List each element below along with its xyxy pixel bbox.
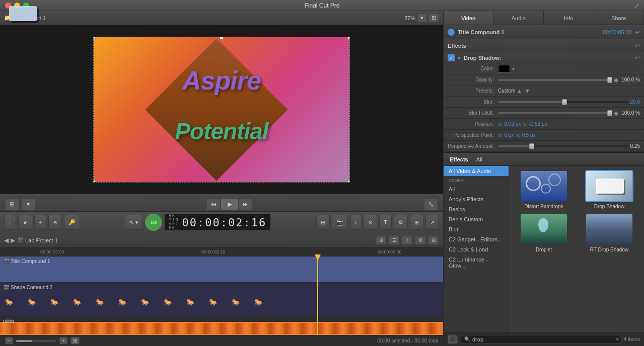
snapshot-button[interactable]: 📷 [332, 215, 348, 230]
selection-handle-tr[interactable] [347, 37, 350, 39]
view-mode-dropdown[interactable]: ▾ [21, 198, 35, 210]
go-to-end-button[interactable]: ⏭ [239, 198, 253, 210]
opacity-slider[interactable] [498, 79, 612, 81]
sidebar-item-bens-custom[interactable]: Ben's Custom [444, 214, 509, 224]
tc-mark-1: 00:00:02:00 [40, 249, 64, 254]
opacity-keyframe[interactable]: ◆ [612, 76, 619, 83]
sidebar-item-all-video-audio[interactable]: All Video & Audio [444, 166, 509, 176]
inspector-icon [448, 29, 455, 36]
rate-button[interactable]: ⌖ [34, 215, 46, 230]
zoom-dropdown[interactable]: ▾ [417, 14, 426, 22]
view-mode-btn[interactable]: ⊞ [5, 198, 19, 210]
opacity-thumb[interactable] [607, 77, 612, 83]
playhead[interactable] [317, 256, 318, 335]
keywords-button[interactable]: 🔑 [64, 215, 80, 230]
browser-tab-effects[interactable]: Effects [448, 155, 470, 163]
tab-share[interactable]: Share [594, 11, 645, 25]
timeline-forward-button[interactable]: ▶ [11, 237, 15, 244]
pp-y-label: Y: [516, 133, 520, 138]
timeline-audio[interactable]: ♪ [402, 236, 413, 245]
blur-falloff-slider[interactable] [498, 112, 612, 114]
generator-button[interactable]: ⚙ [394, 215, 408, 230]
effect-thumb-rt-drop-shadow[interactable]: RT Drop Shadow [579, 213, 640, 252]
select-tool-button[interactable]: ↖ ▾ [125, 215, 143, 230]
effect-thumb-droplet[interactable]: Droplet [513, 213, 575, 252]
tab-audio[interactable]: Audio [494, 11, 544, 25]
pp-x-value[interactable]: 0 px [505, 132, 514, 138]
share-button[interactable]: ↗ [425, 215, 439, 230]
search-field[interactable]: 🔍 drop ✕ [460, 335, 622, 344]
color-dropdown-arrow[interactable]: ▾ [512, 66, 515, 71]
track-area: 🎬 Title Compound 1 🎬 Shape Comound 2 🐎 🐎 [0, 256, 443, 335]
reject-button[interactable]: ✕ [48, 215, 62, 230]
timecode-display[interactable]: HR MIN SEC FR 00:00:02:16 [164, 214, 271, 231]
track-title-compound[interactable]: 🎬 Title Compound 1 [0, 256, 443, 283]
tc-labels: HR MIN SEC FR [169, 214, 179, 230]
blur-falloff-thumb[interactable] [607, 110, 612, 116]
timeline-settings[interactable]: ⚙ [415, 236, 426, 245]
effects-undo-icon[interactable]: ↩ [635, 42, 640, 49]
blur-slider[interactable] [498, 101, 628, 103]
sidebar-item-c2-luminance[interactable]: C2 Luminance - Glow... [444, 254, 509, 271]
go-to-start-button[interactable]: ⏮ [206, 198, 221, 210]
inspector-undo-icon[interactable]: ↩ [635, 29, 640, 36]
browser-tabs: Effects All [444, 153, 644, 166]
play-button[interactable]: ▶ [221, 198, 239, 210]
view-options[interactable]: ⊞ [428, 14, 439, 22]
track-blobs[interactable]: Blobs [0, 317, 443, 335]
search-clear-button[interactable]: ✕ [615, 336, 619, 342]
track-shape-compound[interactable]: 🎬 Shape Comound 2 🐎 🐎 🐎 🐎 🐎 🐎 🐎 🐎 🐎 [0, 283, 443, 317]
selection-handle-br[interactable] [347, 180, 350, 183]
selection-handle-tc[interactable] [220, 37, 224, 39]
perspective-amount-thumb[interactable] [529, 143, 534, 149]
text-button[interactable]: T [379, 215, 392, 230]
presets-down[interactable]: ▼ [523, 88, 531, 95]
sidebar-item-c2-lock[interactable]: C2 Lock & Load [444, 244, 509, 254]
pp-y-value[interactable]: 0.5 px [522, 132, 535, 138]
blur-thumb[interactable] [562, 99, 567, 105]
pos-x-value[interactable]: 0.03 px [505, 121, 521, 127]
tab-info[interactable]: Info [544, 11, 594, 25]
browser-search-bar: ⬛ 🔍 drop ✕ 4 items [444, 332, 644, 346]
fullscreen-button[interactable]: ⤡ [424, 198, 438, 210]
effect-undo[interactable]: ↩ [635, 54, 640, 61]
timeline-view2[interactable]: ☰ [389, 236, 400, 245]
browser-back-btn[interactable]: ⬛ [448, 335, 458, 344]
timeline-zoom-out[interactable]: − [5, 337, 13, 344]
effect-thumb-drop-shadow[interactable]: Drop Shadow [579, 170, 640, 209]
audio-button[interactable]: ♪ [350, 215, 362, 230]
perspective-amount-slider[interactable] [498, 145, 628, 147]
tab-video[interactable]: Video [444, 11, 494, 25]
color-swatch[interactable] [498, 65, 510, 73]
clip-appearance-button[interactable]: ⊞ [316, 215, 330, 230]
sidebar-item-blur[interactable]: Blur [444, 224, 509, 234]
selection-handle-tl[interactable] [93, 37, 96, 39]
timeline-zoom-slider[interactable] [16, 340, 56, 342]
timeline-view1[interactable]: ⊞ [376, 236, 387, 245]
timeline-expand[interactable]: ⊟ [428, 236, 439, 245]
timeline-header: ◀ ▶ 🎬 Lab Project 1 ⊞ ☰ ♪ ⚙ ⊟ [0, 233, 443, 247]
blur-falloff-keyframe[interactable]: ◆ [612, 110, 619, 117]
sidebar-item-c2-gadget[interactable]: C2 Gadget - Editors... [444, 234, 509, 244]
selection-handle-bl[interactable] [93, 180, 96, 183]
sidebar-item-all[interactable]: All [444, 184, 509, 194]
inspector-time: 00:00:05:00 [603, 29, 632, 35]
effect-expand-arrow[interactable]: ▼ [457, 55, 462, 61]
favorite-button[interactable]: ★ [18, 215, 32, 230]
effect-thumb-distort-raindrops[interactable]: Distort Raindrops [513, 170, 575, 209]
timeline-fit[interactable]: ⊞ [70, 337, 80, 344]
transitions-button[interactable]: ⊞ [410, 215, 423, 230]
sidebar-item-basics[interactable]: Basics [444, 204, 509, 214]
disable-button[interactable]: ✕ [364, 215, 377, 230]
browser-tab-all[interactable]: All [474, 155, 484, 163]
presets-value: Custom [498, 88, 515, 94]
timeline-zoom-in[interactable]: + [59, 337, 67, 344]
sidebar-item-andys-effects[interactable]: Andy's Effects [444, 194, 509, 204]
add-to-timeline-button[interactable]: ↓ [4, 215, 16, 230]
pos-y-value[interactable]: -0.52 px [529, 121, 547, 127]
presets-up[interactable]: ▲ [515, 88, 523, 95]
effect-checkbox[interactable]: ✓ [448, 54, 455, 61]
timeline-back-button[interactable]: ◀ [4, 237, 9, 244]
preview-canvas[interactable]: Aspire Potential [0, 25, 443, 194]
transport-bar: ⊞ ▾ ⏮ ▶ ⏭ ⤡ [0, 194, 443, 211]
